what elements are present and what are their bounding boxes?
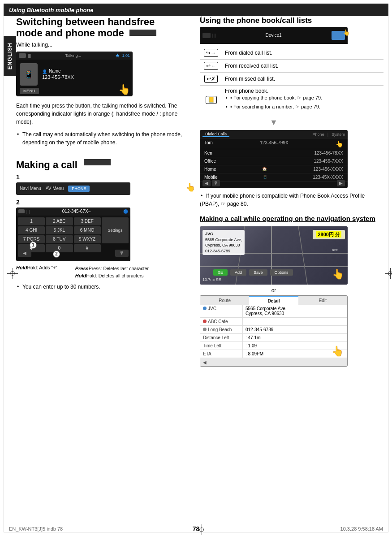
hold-label: Hold (16, 265, 27, 270)
jvc-action-buttons: Go Add (213, 269, 246, 276)
cursor-phonebook: 👆 (343, 29, 350, 36)
options-button[interactable]: Options (270, 269, 293, 276)
settings-button[interactable]: Settings (102, 217, 129, 243)
hand-cursor-dialed: 👆 (336, 140, 343, 147)
abc-dot (203, 320, 207, 323)
caller-name: Name (49, 69, 61, 73)
table-row-phonebook: 📒 From phone book. • For copying the pho… (200, 85, 383, 115)
distance-display: 10.7mi SE (202, 277, 221, 282)
key-5[interactable]: 5 JKL (46, 226, 73, 234)
save-button[interactable]: Save (249, 269, 267, 276)
detail-eta-label: ETA (200, 350, 243, 358)
hold2-note: HoldHold: Deletes all characters (75, 273, 149, 278)
dialed-row-tom: Tom 123-456-799X 👆 (200, 139, 348, 149)
main-content: Switching between handsfree mode and pho… (16, 16, 385, 518)
dialpad-notes: HoldHold: Adds "+" PressPress: Deletes l… (16, 264, 191, 280)
detail-hand-cursor: 👆 (332, 346, 344, 357)
detail-topbar: Route Detail Edit (200, 296, 347, 305)
key-9[interactable]: 9 WXYZ (74, 235, 101, 243)
detail-jvc-name: JVC (200, 305, 243, 317)
go-button[interactable]: Go (213, 269, 228, 276)
making-call-section: Making a call 1 Navi Menu AV Menu PHONE … (16, 153, 191, 291)
bluetooth-icon: ★ (115, 52, 120, 59)
step-2-label: 2 (16, 199, 191, 206)
jvc-address2: Cypress, CA 90630 (205, 242, 242, 248)
nav-call-title: Making a call while operating on the nav… (200, 214, 383, 223)
phonebook-text: From phone book. • For copying the phone… (222, 85, 383, 115)
dialpad-phone-icon (18, 209, 25, 213)
tab-phone[interactable]: Phone (313, 132, 324, 137)
back-arrow[interactable]: ◀ (203, 360, 207, 365)
title-bar-2 (84, 159, 111, 165)
received-text: From received call list. (222, 59, 383, 72)
making-call-title: Making a call (16, 159, 78, 171)
talking-content: 📱 👤 Name 123-456-78XX (16, 60, 133, 89)
dialed-call-icon: ↪→ (204, 49, 218, 57)
navi-screen: Navi Menu AV Menu PHONE (16, 182, 130, 195)
right-column: Using the phone book/call lists ||| Devi… (200, 16, 383, 367)
circle-1: 1 (30, 242, 37, 249)
step-1-label: 1 (16, 173, 191, 181)
detail-lb-phone: 012-345-6789 (243, 326, 347, 333)
tab-route[interactable]: Route (200, 296, 249, 305)
key-4[interactable]: 4 GHI (18, 226, 45, 234)
add-button[interactable]: Add (230, 269, 246, 276)
detail-row-abc: ABC Cafe (200, 318, 347, 326)
tab-edit[interactable]: Edit (298, 296, 347, 305)
hold-text: Hold: Adds "+" (27, 265, 57, 270)
nav-back[interactable]: ◀ (202, 180, 211, 186)
press-hold-notes: PressPress: Deletes last character HoldH… (75, 264, 149, 280)
av-menu: AV Menu (46, 186, 64, 191)
tab-detail[interactable]: Detail (249, 296, 298, 305)
tab-dialed-calls[interactable]: Dialed Calls (202, 132, 229, 137)
nav-forward[interactable]: ▶ (337, 180, 345, 186)
tab-system[interactable]: System (332, 132, 345, 137)
jvc-nav-screen: N ave JVC 5565 Corporate Ave, Cypress, C… (200, 226, 348, 285)
while-talking-text: While talking... (16, 42, 191, 48)
dialed-nav-right: ▶ (337, 180, 345, 186)
circle-2: 2 (53, 251, 60, 258)
mobile-phone-icon: 📱 (263, 175, 267, 180)
forward-btn[interactable]: 🎙 (115, 250, 129, 257)
detail-row-jvc: JVC 5565 Corporate Ave,Cypress, CA 90630 (200, 305, 347, 318)
dialpad-screen: ||| 012-345-67X– 🔵 1 2 ABC 3 DEF Setting… (16, 207, 130, 261)
key-6[interactable]: 6 MNO (74, 226, 101, 234)
detail-dist-value: : 47.1mi (243, 334, 347, 341)
nav-mic[interactable]: 🎙 (212, 180, 220, 186)
call-type-table: ↪→ From dialed call list. ↩← From receiv… (200, 47, 383, 115)
detail-row-time: Time Left : 1:09 (200, 342, 347, 350)
detail-abc-info (243, 318, 347, 325)
missed-icon: ↩✗ (200, 72, 222, 85)
page-footer: EN_KW-NT3[J]5.indb 78 78 10.3.28 9:58:18… (0, 526, 392, 532)
phone-button[interactable]: PHONE (68, 186, 90, 192)
key-8[interactable]: 8 TUV (46, 235, 73, 243)
dialed-calls-screen: Dialed Calls Phone | System Tom 123-456-… (200, 130, 348, 188)
key-3[interactable]: 3 DEF (74, 217, 101, 225)
menu-button[interactable]: MENU (20, 88, 39, 94)
detail-jvc-address: 5565 Corporate Ave,Cypress, CA 90630 (243, 305, 347, 317)
phonebook-book-icon: 📒 (206, 96, 217, 104)
dialed-icon: ↪→ (200, 47, 222, 60)
jvc-buttons-row2: Save Options (249, 269, 293, 276)
navi-hand-cursor: 👆 (185, 182, 195, 192)
key-2[interactable]: 2 ABC (46, 217, 73, 225)
talking-status: Talking... (33, 53, 113, 58)
jvc-hand-cursor: 👆 (332, 268, 344, 280)
phone-screen-top: ||| Device1 👆 (200, 27, 348, 44)
table-row-missed: ↩✗ From missed call list. (200, 72, 383, 85)
detail-screen: Route Detail Edit JVC 5565 Corporate Ave… (200, 295, 348, 367)
dialed-row-mobile: Mobile 📱 123-45X-XXXX (200, 173, 348, 182)
jvc-phone-highlight: 2800円 分 (313, 230, 345, 239)
received-call-icon: ↩← (204, 62, 218, 70)
jvc-map: N ave JVC 5565 Corporate Ave, Cypress, C… (200, 226, 348, 285)
dialed-row-office: Office 123-456-7XXX (200, 157, 348, 165)
phonebook-icon: 📒 (200, 85, 222, 115)
header-title: Using Bluetooth mobile phone (9, 7, 94, 13)
key-1[interactable]: 1 (18, 217, 45, 225)
caller-number: 123-456-78XX (42, 74, 74, 80)
back-btn[interactable]: ◀ (18, 250, 31, 257)
copy-phonebook-note: • For copying the phone book, ☞ page 79. (225, 94, 381, 102)
detail-lb-name: Long Beach (200, 326, 243, 333)
dialed-topbar: Dialed Calls Phone | System (200, 130, 348, 139)
svg-text:ave: ave (332, 248, 338, 252)
